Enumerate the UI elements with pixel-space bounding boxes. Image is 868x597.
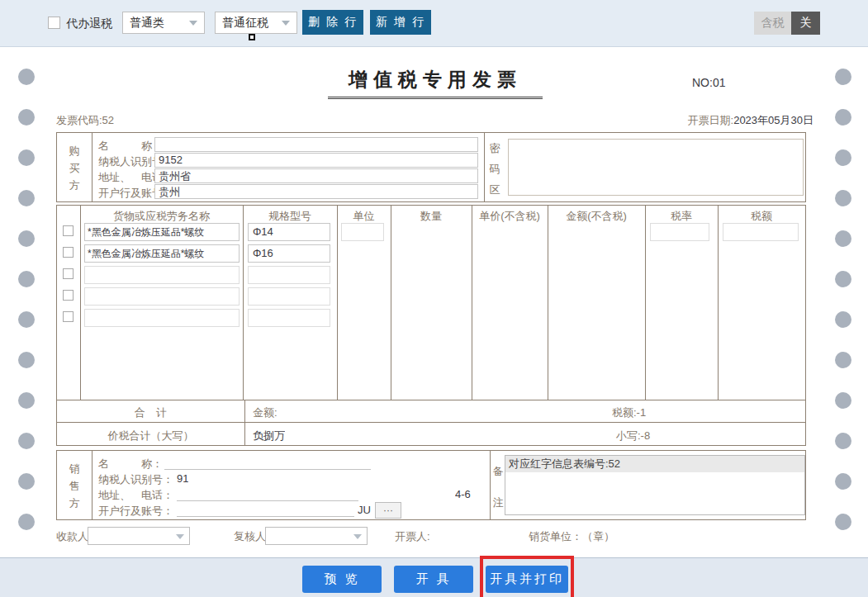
- remark-textarea[interactable]: [505, 472, 805, 515]
- seller-address-fragment: 4-6: [455, 488, 471, 500]
- seller-address-value: [177, 486, 358, 501]
- item-tax-input[interactable]: [723, 223, 799, 241]
- perforation-dot: [18, 433, 35, 449]
- divider: [645, 206, 646, 400]
- issue-button[interactable]: 开 具: [394, 566, 473, 593]
- payee-label: 收款人: [56, 529, 88, 544]
- buyer-address-input[interactable]: 贵州省: [154, 168, 478, 183]
- top-toolbar: 代办退税 普通类 普通征税 删 除 行 新 增 行 含税 关: [0, 0, 868, 47]
- divider: [484, 133, 485, 201]
- invoice-number: NO:01: [692, 76, 725, 89]
- divider: [92, 451, 92, 519]
- remark-side-label: 备注: [491, 456, 505, 519]
- perforation-dot: [835, 311, 851, 328]
- password-area-label: 密码区: [488, 138, 501, 200]
- item-spec-input[interactable]: [248, 287, 330, 306]
- seller-taxid-value: 91: [177, 472, 188, 485]
- reviewer-label: 复核人: [234, 529, 266, 544]
- password-area-box[interactable]: [508, 139, 804, 196]
- invoice-code: 发票代码:52: [56, 113, 114, 128]
- drawer-label: 开票人:: [395, 529, 430, 544]
- divider: [472, 206, 472, 400]
- seller-unit-label: 销货单位：（章）: [529, 529, 614, 544]
- buyer-name-label: 名 称：: [98, 139, 163, 154]
- row-checkbox[interactable]: [63, 268, 74, 279]
- preview-button[interactable]: 预 览: [302, 566, 382, 593]
- taxation-select-value: 普通征税: [222, 16, 268, 31]
- chevron-down-icon: [176, 534, 184, 539]
- buyer-bank-input[interactable]: 贵州: [154, 184, 478, 199]
- amount-in-words-row: 价税合计（大写） 负捌万 小写:-8: [56, 422, 806, 446]
- item-name-input[interactable]: [84, 309, 240, 327]
- category-select[interactable]: 普通类: [122, 12, 205, 34]
- taxation-select[interactable]: 普通征税: [215, 12, 297, 34]
- perforation-dot: [835, 271, 851, 287]
- item-spec-input[interactable]: [248, 309, 330, 327]
- buyer-taxid-input[interactable]: 9152: [154, 153, 478, 168]
- chevron-down-icon: [353, 534, 362, 539]
- item-name-input[interactable]: *黑色金属冶炼压延品*螺纹: [84, 244, 240, 263]
- divider: [92, 133, 92, 201]
- divider: [244, 423, 245, 445]
- col-header-qty: 数量: [391, 209, 472, 224]
- perforation-dot: [835, 392, 851, 409]
- perforation-dot: [835, 69, 851, 85]
- divider: [244, 400, 245, 422]
- words-row-label: 价税合计（大写）: [57, 429, 244, 443]
- reviewer-select[interactable]: [265, 527, 368, 545]
- perforation-dot: [18, 69, 35, 85]
- perforation-dot: [835, 230, 851, 247]
- perforation-dot: [18, 392, 35, 409]
- tax-included-toggle[interactable]: 含税: [754, 12, 791, 35]
- totals-label: 合 计: [57, 405, 244, 420]
- perforation-dot: [835, 433, 851, 449]
- export-refund-label: 代办退税: [66, 17, 112, 31]
- seller-bank-fragment: JU: [358, 504, 371, 516]
- issue-date: 开票日期:2023年05月30日: [688, 113, 813, 128]
- totals-tax-label: 税额:-1: [612, 405, 646, 420]
- item-spec-input[interactable]: [248, 266, 330, 284]
- row-checkbox[interactable]: [63, 311, 74, 322]
- perforation-dot: [18, 149, 35, 166]
- item-rate-select[interactable]: [650, 223, 709, 241]
- perforation-dot: [835, 473, 851, 490]
- row-checkbox[interactable]: [63, 225, 74, 236]
- item-unit-input[interactable]: [341, 223, 384, 241]
- export-refund-checkbox[interactable]: [48, 17, 60, 29]
- divider: [337, 206, 338, 400]
- add-row-button[interactable]: 新 增 行: [370, 10, 431, 35]
- payee-select[interactable]: [88, 527, 190, 545]
- col-header-name: 货物或应税劳务名称: [80, 209, 243, 224]
- divider: [243, 206, 244, 400]
- divider: [718, 206, 719, 400]
- divider: [548, 206, 548, 400]
- footer-bar: 预 览 开 具 开具并打印: [0, 557, 868, 597]
- delete-row-button[interactable]: 删 除 行: [302, 10, 363, 35]
- tax-included-off-toggle[interactable]: 关: [791, 12, 820, 35]
- seller-bank-value: [177, 502, 354, 517]
- red-highlight-box: [480, 556, 574, 597]
- buyer-side-label: 购买方: [68, 142, 81, 194]
- item-name-input[interactable]: *黑色金属冶炼压延品*螺纹: [84, 223, 240, 241]
- row-checkbox[interactable]: [63, 247, 74, 258]
- buyer-name-input[interactable]: [154, 137, 478, 152]
- seller-name-label: 名 称：: [98, 457, 163, 471]
- item-name-input[interactable]: [84, 266, 240, 284]
- item-spec-input[interactable]: Φ14: [248, 223, 330, 241]
- item-name-input[interactable]: [84, 287, 240, 306]
- perforation-dot: [18, 473, 35, 490]
- perforation-dot: [835, 352, 851, 368]
- row-checkbox[interactable]: [63, 290, 74, 301]
- more-button[interactable]: ···: [375, 502, 401, 519]
- col-header-unit: 单位: [337, 209, 391, 224]
- chevron-down-icon: [189, 21, 197, 26]
- item-spec-input[interactable]: Φ16: [248, 244, 330, 263]
- totals-row: 合 计 金额: 税额:-1: [56, 400, 806, 423]
- divider: [80, 206, 81, 400]
- items-table: 货物或应税劳务名称 规格型号 单位 数量 单价(不含税) 金额(不含税) 税率 …: [56, 205, 806, 400]
- perforation-dot: [18, 311, 35, 328]
- invoice-title: 增值税专用发票: [328, 67, 543, 99]
- perforation-dot: [18, 190, 35, 206]
- chevron-down-icon: [282, 21, 290, 26]
- seller-address-label: 地址、 电话：: [98, 488, 173, 503]
